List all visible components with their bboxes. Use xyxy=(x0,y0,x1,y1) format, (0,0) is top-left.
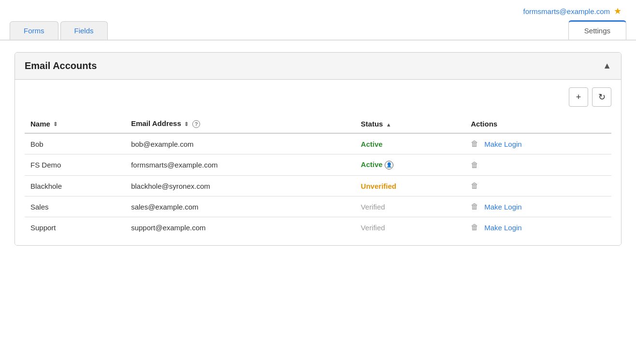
tab-fields[interactable]: Fields xyxy=(60,21,108,40)
table-row: FS Demoformsmarts@example.comActive👤🗑 xyxy=(25,154,611,176)
user-email[interactable]: formsmarts@example.com xyxy=(523,7,610,15)
cell-email: blackhole@syronex.com xyxy=(125,176,355,196)
tabs-row: Forms Fields Settings xyxy=(0,20,636,41)
email-sort-icon[interactable]: ⇕ xyxy=(184,121,188,127)
col-status: Status ▲ xyxy=(355,114,465,133)
make-login-button[interactable]: Make Login xyxy=(484,224,522,232)
status-badge: Verified xyxy=(361,224,385,232)
cell-email: sales@example.com xyxy=(125,196,355,217)
col-email: Email Address ⇕ ? xyxy=(125,114,355,133)
card-header: Email Accounts ▲ xyxy=(15,53,621,80)
col-actions: Actions xyxy=(465,114,611,133)
cell-actions: 🗑Make Login xyxy=(465,217,611,238)
delete-button[interactable]: 🗑 xyxy=(471,223,478,232)
card-title: Email Accounts xyxy=(25,60,97,71)
table-row: Blackholeblackhole@syronex.comUnverified… xyxy=(25,176,611,196)
cell-actions: 🗑Make Login xyxy=(465,133,611,154)
cell-actions: 🗑 xyxy=(465,176,611,196)
main-content: Email Accounts ▲ + ↻ Name ⇕ xyxy=(0,41,636,257)
card-body: + ↻ Name ⇕ Email Address ⇕ ? xyxy=(15,80,621,245)
cell-status: Active👤 xyxy=(355,154,465,176)
table-row: Bobbob@example.comActive🗑Make Login xyxy=(25,133,611,154)
status-badge: Verified xyxy=(361,203,385,211)
make-login-button[interactable]: Make Login xyxy=(484,203,522,211)
collapse-button[interactable]: ▲ xyxy=(603,61,611,71)
toolbar: + ↻ xyxy=(25,87,611,107)
status-sort-icon[interactable]: ▲ xyxy=(386,122,391,127)
status-badge: Active xyxy=(361,160,383,168)
cell-actions: 🗑 xyxy=(465,154,611,176)
add-button[interactable]: + xyxy=(569,87,588,107)
cell-email: support@example.com xyxy=(125,217,355,238)
email-accounts-card: Email Accounts ▲ + ↻ Name ⇕ xyxy=(14,52,622,246)
cell-email: formsmarts@example.com xyxy=(125,154,355,176)
top-bar: formsmarts@example.com ★ xyxy=(0,0,636,20)
make-login-button[interactable]: Make Login xyxy=(484,140,522,148)
name-sort-icon[interactable]: ⇕ xyxy=(53,121,58,127)
cell-status: Verified xyxy=(355,217,465,238)
cell-status: Unverified xyxy=(355,176,465,196)
cell-email: bob@example.com xyxy=(125,133,355,154)
delete-button[interactable]: 🗑 xyxy=(471,140,478,148)
user-badge-icon: 👤 xyxy=(385,161,393,169)
cell-name: FS Demo xyxy=(25,154,125,176)
delete-button[interactable]: 🗑 xyxy=(471,202,478,211)
tab-forms[interactable]: Forms xyxy=(10,21,58,40)
delete-button[interactable]: 🗑 xyxy=(471,182,478,190)
email-accounts-table: Name ⇕ Email Address ⇕ ? Status ▲ Actio xyxy=(25,114,611,238)
cell-name: Support xyxy=(25,217,125,238)
cell-status: Active xyxy=(355,133,465,154)
star-icon: ★ xyxy=(614,6,622,16)
table-header-row: Name ⇕ Email Address ⇕ ? Status ▲ Actio xyxy=(25,114,611,133)
cell-name: Blackhole xyxy=(25,176,125,196)
refresh-button[interactable]: ↻ xyxy=(592,87,611,107)
cell-actions: 🗑Make Login xyxy=(465,196,611,217)
col-name: Name ⇕ xyxy=(25,114,125,133)
table-row: Salessales@example.comVerified🗑Make Logi… xyxy=(25,196,611,217)
table-row: Supportsupport@example.comVerified🗑Make … xyxy=(25,217,611,238)
tab-settings[interactable]: Settings xyxy=(568,20,626,40)
cell-status: Verified xyxy=(355,196,465,217)
email-help-icon[interactable]: ? xyxy=(192,120,200,128)
status-badge: Unverified xyxy=(361,182,396,190)
delete-button[interactable]: 🗑 xyxy=(471,161,478,169)
cell-name: Sales xyxy=(25,196,125,217)
status-badge: Active xyxy=(361,140,383,148)
cell-name: Bob xyxy=(25,133,125,154)
